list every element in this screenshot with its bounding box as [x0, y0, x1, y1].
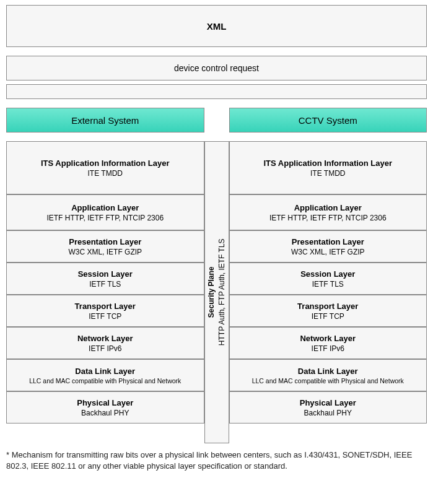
cctv-layer-title: Session Layer: [234, 269, 423, 279]
external-layer-0: ITS Application Information LayerITE TMD…: [6, 141, 204, 194]
external-layer-5: Network LayerIETF IPv6: [6, 327, 204, 359]
external-layer-7: Physical LayerBackhaul PHY: [6, 391, 204, 424]
security-plane-box: Security Plane HTTP Auth, FTP Auth, IETF…: [204, 141, 229, 443]
security-plane-title: Security Plane: [206, 239, 217, 346]
cctv-layer-title: Physical Layer: [234, 398, 423, 407]
cctv-layer-sub: IETF TLS: [234, 280, 423, 289]
cctv-system-header-label: CCTV System: [299, 115, 357, 126]
external-layer-title: ITS Application Information Layer: [11, 159, 200, 168]
external-system-header-label: External System: [71, 115, 139, 126]
cctv-layer-title: Transport Layer: [234, 302, 423, 311]
external-system-header: External System: [6, 108, 204, 133]
columns-container: External System ITS Application Informat…: [6, 108, 427, 443]
external-layer-title: Network Layer: [11, 334, 200, 343]
xml-label: XML: [207, 21, 227, 32]
cctv-layer-5: Network LayerIETF IPv6: [229, 327, 427, 359]
device-control-box: device control request: [6, 56, 427, 80]
external-layer-sub: IETF TLS: [11, 280, 200, 289]
external-layer-title: Session Layer: [11, 269, 200, 279]
device-control-label: device control request: [174, 63, 259, 73]
external-layer-1: Application LayerIETF HTTP, IETF FTP, NT…: [6, 194, 204, 230]
cctv-layer-7: Physical LayerBackhaul PHY: [229, 391, 427, 424]
xml-header-box: XML: [6, 5, 427, 47]
cctv-layer-4: Transport LayerIETF TCP: [229, 295, 427, 327]
cctv-system-column: CCTV System ITS Application Information …: [229, 108, 427, 443]
external-layer-sub: LLC and MAC compatible with Physical and…: [11, 377, 200, 385]
cctv-layer-title: Application Layer: [234, 203, 423, 212]
external-layers: ITS Application Information LayerITE TMD…: [6, 141, 204, 424]
external-layer-sub: ITE TMDD: [11, 169, 200, 178]
footnote-text: * Mechanism for transmitting raw bits ov…: [6, 450, 427, 471]
cctv-layer-0: ITS Application Information LayerITE TMD…: [229, 141, 427, 194]
external-system-column: External System ITS Application Informat…: [6, 108, 204, 443]
cctv-layer-1: Application LayerIETF HTTP, IETF FTP, NT…: [229, 194, 427, 230]
external-layer-title: Transport Layer: [11, 302, 200, 311]
external-layer-sub: IETF IPv6: [11, 344, 200, 353]
cctv-layer-2: Presentation LayerW3C XML, IETF GZIP: [229, 230, 427, 263]
external-layer-title: Physical Layer: [11, 398, 200, 407]
cctv-layer-sub: IETF HTTP, IETF FTP, NTCIP 2306: [234, 214, 423, 222]
external-layer-3: Session LayerIETF TLS: [6, 263, 204, 295]
cctv-layer-sub: W3C XML, IETF GZIP: [234, 248, 423, 256]
cctv-layer-sub: IETF TCP: [234, 312, 423, 321]
cctv-layer-title: ITS Application Information Layer: [234, 159, 423, 168]
cctv-system-header: CCTV System: [229, 108, 427, 133]
external-layer-sub: IETF HTTP, IETF FTP, NTCIP 2306: [11, 214, 200, 222]
external-layer-title: Data Link Layer: [11, 367, 200, 376]
external-layer-sub: IETF TCP: [11, 312, 200, 321]
external-layer-6: Data Link LayerLLC and MAC compatible wi…: [6, 359, 204, 391]
cctv-layers: ITS Application Information LayerITE TMD…: [229, 141, 427, 424]
cctv-layer-3: Session LayerIETF TLS: [229, 263, 427, 295]
cctv-layer-title: Network Layer: [234, 334, 423, 343]
external-layer-title: Presentation Layer: [11, 237, 200, 246]
external-layer-sub: W3C XML, IETF GZIP: [11, 248, 200, 256]
cctv-layer-sub: IETF IPv6: [234, 344, 423, 353]
cctv-layer-6: Data Link LayerLLC and MAC compatible wi…: [229, 359, 427, 391]
cctv-layer-sub: Backhaul PHY: [234, 409, 423, 417]
external-layer-4: Transport LayerIETF TCP: [6, 295, 204, 327]
cctv-layer-title: Data Link Layer: [234, 367, 423, 376]
external-layer-2: Presentation LayerW3C XML, IETF GZIP: [6, 230, 204, 263]
security-plane-sub: HTTP Auth, FTP Auth, IETF TLS: [217, 239, 227, 346]
cctv-layer-title: Presentation Layer: [234, 237, 423, 246]
external-layer-sub: Backhaul PHY: [11, 409, 200, 417]
cctv-layer-sub: LLC and MAC compatible with Physical and…: [234, 377, 423, 385]
cctv-layer-sub: ITE TMDD: [234, 169, 423, 178]
spacer-bar: [6, 84, 427, 99]
security-plane-column: Security Plane HTTP Auth, FTP Auth, IETF…: [204, 108, 229, 443]
external-layer-title: Application Layer: [11, 203, 200, 212]
